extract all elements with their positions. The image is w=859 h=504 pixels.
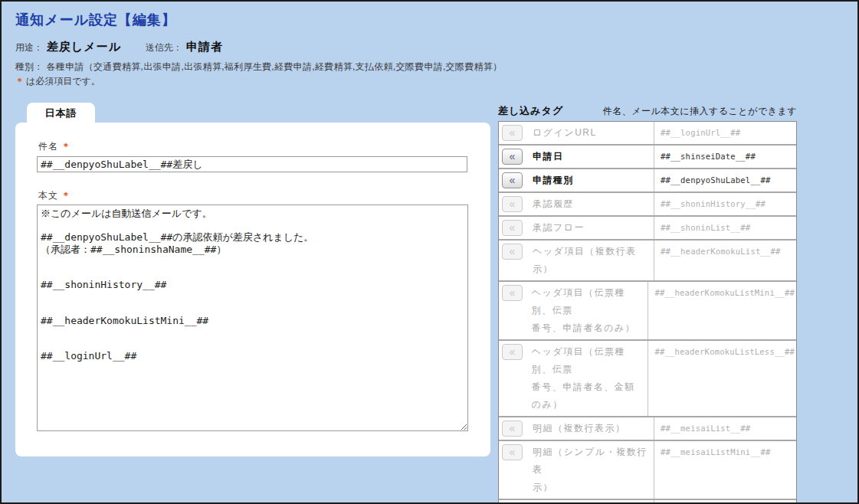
insert-tag-button: « <box>502 344 523 360</box>
tag-row: « 申請種別 ##__denpyoShuLabel__## <box>499 168 796 191</box>
body-required-asterisk: ＊ <box>61 190 71 201</box>
notification-mail-settings-page: 通知メール設定【編集】 用途： 差戻しメール 送信先： 申請者 種別： 各種申請… <box>0 0 859 504</box>
tag-value: ##__denpyoShuLabel__## <box>654 169 796 191</box>
insert-button-cell: « <box>499 341 526 416</box>
double-left-chevron-icon: « <box>510 346 516 357</box>
insert-button-cell: « <box>499 122 526 144</box>
tag-row: « 承認フロー ##__shoninList__## <box>499 215 796 239</box>
tag-value: ##__shoninList__## <box>654 217 796 239</box>
tag-value: ##__shinseiDate__## <box>654 146 796 168</box>
required-note: ＊は必須項目です。 <box>15 75 100 88</box>
recipient-value: 申請者 <box>186 40 223 54</box>
insert-tag-button[interactable]: « <box>502 149 523 165</box>
tag-label: 申請日 <box>526 146 654 168</box>
insert-tag-button[interactable]: « <box>502 172 523 188</box>
merge-tag-title: 差し込みタグ <box>498 104 563 118</box>
type-line: 種別： 各種申請（交通費精算,出張申請,出張精算,福利厚生費,経費申請,経費精算… <box>15 61 502 74</box>
merge-tag-table: « ログインURL ##__loginUrl__## « 申請日 ##__shi… <box>498 121 797 504</box>
usage-line: 用途： 差戻しメール 送信先： 申請者 <box>15 40 223 54</box>
insert-button-cell: « <box>499 441 526 499</box>
tag-label: ヘッダ項目（複数行表示） <box>526 241 654 280</box>
merge-tag-header: 差し込みタグ 件名、メール本文に挿入することができます <box>498 104 797 118</box>
double-left-chevron-icon: « <box>510 423 516 434</box>
tag-value: ##__loginUrl__## <box>654 122 796 144</box>
tag-row: « 明細（複数行表示） ##__meisaiList__## <box>499 416 796 440</box>
insert-button-cell: « <box>499 241 526 280</box>
body-label: 本文 ＊ <box>38 189 73 202</box>
tag-row: « 申請日 ##__shinseiDate__## <box>499 144 796 168</box>
double-left-chevron-icon: « <box>510 175 516 185</box>
tag-label: 承認者名 <box>526 500 654 504</box>
insert-tag-button: « <box>502 444 523 460</box>
insert-tag-button: « <box>502 285 523 301</box>
insert-button-cell: « <box>499 193 526 215</box>
insert-button-cell: « <box>499 282 526 339</box>
tag-label: 申請種別 <box>526 169 654 191</box>
tag-row: « ヘッダ項目（伝票種別、伝票 番号、申請者名のみ） ##__headerKom… <box>499 280 796 339</box>
insert-button-cell: « <box>499 146 526 168</box>
tag-row: « ログインURL ##__loginUrl__## <box>499 122 796 144</box>
tag-row: « 承認者名 ##__shoninshaName__## <box>499 499 796 504</box>
tab-japanese-label: 日本語 <box>45 106 77 120</box>
double-left-chevron-icon: « <box>510 127 516 138</box>
mail-edit-panel: 件名 ＊ 本文 ＊ ※このメールは自動送信メールです。 ##__denpyoSh… <box>15 123 490 457</box>
usage-label: 用途： <box>15 41 43 54</box>
insert-tag-button: « <box>502 244 523 260</box>
insert-button-cell: « <box>499 169 526 191</box>
insert-button-cell: « <box>499 417 526 440</box>
required-note-text: は必須項目です。 <box>26 76 100 87</box>
subject-input[interactable] <box>37 156 467 172</box>
insert-tag-button: « <box>502 421 523 437</box>
insert-tag-button: « <box>502 125 523 141</box>
subject-label: 件名 ＊ <box>38 140 73 153</box>
page-title: 通知メール設定【編集】 <box>15 11 176 29</box>
tab-japanese[interactable]: 日本語 <box>27 103 95 124</box>
body-textarea[interactable]: ※このメールは自動送信メールです。 ##__denpyoShuLabel__##… <box>37 205 468 431</box>
tag-label: 明細（シンプル・複数行表 示） <box>526 441 654 499</box>
recipient-label: 送信先： <box>146 41 182 54</box>
usage-value: 差戻しメール <box>47 40 121 54</box>
tag-value: ##__meisaiListMini__## <box>654 441 796 499</box>
subject-required-asterisk: ＊ <box>61 141 71 152</box>
tag-value: ##__shoninHistory__## <box>654 193 796 215</box>
tag-value: ##__headerKomokuList__## <box>654 241 796 280</box>
tag-label: ログインURL <box>526 122 654 144</box>
tag-label: 承認履歴 <box>526 193 654 215</box>
tag-row: « 承認履歴 ##__shoninHistory__## <box>499 191 796 215</box>
tag-value: ##__headerKomokuListMini__## <box>648 282 796 339</box>
type-value: 各種申請（交通費精算,出張申請,出張精算,福利厚生費,経費申請,経費精算,支払依… <box>47 61 503 72</box>
tag-label: 承認フロー <box>526 217 654 239</box>
double-left-chevron-icon: « <box>510 447 516 457</box>
double-left-chevron-icon: « <box>510 222 516 233</box>
double-left-chevron-icon: « <box>510 246 516 257</box>
tag-label: ヘッダ項目（伝票種別、伝票 番号、申請者名のみ） <box>526 282 648 339</box>
insert-tag-button: « <box>502 196 523 212</box>
tag-row: « ヘッダ項目（伝票種別、伝票 番号、申請者名、金額のみ） ##__header… <box>499 339 796 416</box>
tag-value: ##__meisaiList__## <box>654 417 796 440</box>
tag-label: 明細（複数行表示） <box>526 417 654 440</box>
tag-label: ヘッダ項目（伝票種別、伝票 番号、申請者名、金額のみ） <box>526 341 648 416</box>
tag-value: ##__headerKomokuListLess__## <box>648 341 796 416</box>
type-label: 種別： <box>15 61 44 72</box>
insert-button-cell: « <box>499 217 526 239</box>
tag-row: « 明細（シンプル・複数行表 示） ##__meisaiListMini__## <box>499 440 796 499</box>
merge-tag-subtitle: 件名、メール本文に挿入することができます <box>603 105 797 118</box>
insert-button-cell: « <box>499 500 526 504</box>
double-left-chevron-icon: « <box>510 198 516 209</box>
tag-value: ##__shoninshaName__## <box>654 500 796 504</box>
required-asterisk: ＊ <box>15 76 25 87</box>
insert-tag-button: « <box>502 220 523 236</box>
tag-row: « ヘッダ項目（複数行表示） ##__headerKomokuList__## <box>499 239 796 280</box>
double-left-chevron-icon: « <box>510 287 516 298</box>
double-left-chevron-icon: « <box>510 151 516 162</box>
